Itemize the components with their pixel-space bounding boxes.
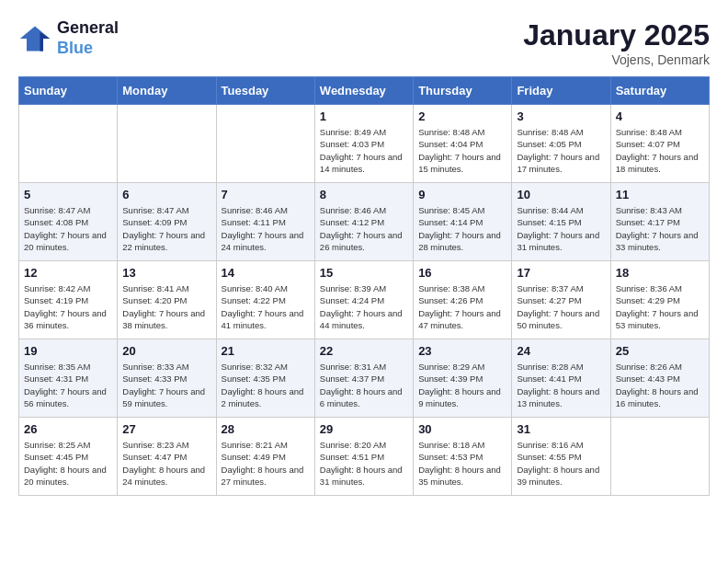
day-info: Sunrise: 8:39 AM Sunset: 4:24 PM Dayligh…	[320, 282, 408, 331]
day-info: Sunrise: 8:40 AM Sunset: 4:22 PM Dayligh…	[222, 282, 310, 331]
day-info: Sunrise: 8:47 AM Sunset: 4:08 PM Dayligh…	[24, 204, 112, 253]
day-info: Sunrise: 8:16 AM Sunset: 4:55 PM Dayligh…	[517, 439, 605, 488]
logo-icon	[18, 22, 51, 55]
calendar-cell: 30Sunrise: 8:18 AM Sunset: 4:53 PM Dayli…	[414, 418, 512, 496]
calendar-cell	[19, 105, 118, 183]
calendar-cell: 27Sunrise: 8:23 AM Sunset: 4:47 PM Dayli…	[118, 418, 216, 496]
day-number: 30	[418, 422, 506, 436]
calendar-cell: 6Sunrise: 8:47 AM Sunset: 4:09 PM Daylig…	[118, 183, 216, 261]
calendar-cell: 8Sunrise: 8:46 AM Sunset: 4:12 PM Daylig…	[314, 183, 413, 261]
day-info: Sunrise: 8:21 AM Sunset: 4:49 PM Dayligh…	[222, 439, 310, 488]
day-number: 21	[222, 344, 310, 358]
day-info: Sunrise: 8:44 AM Sunset: 4:15 PM Dayligh…	[517, 204, 605, 253]
month-title: January 2025	[523, 18, 710, 52]
calendar-cell: 23Sunrise: 8:29 AM Sunset: 4:39 PM Dayli…	[414, 339, 512, 418]
calendar-cell: 21Sunrise: 8:32 AM Sunset: 4:35 PM Dayli…	[216, 339, 314, 418]
day-info: Sunrise: 8:18 AM Sunset: 4:53 PM Dayligh…	[418, 439, 506, 488]
calendar-header-row: SundayMondayTuesdayWednesdayThursdayFrid…	[19, 77, 710, 105]
day-number: 16	[418, 266, 506, 280]
day-number: 28	[222, 422, 310, 436]
day-info: Sunrise: 8:20 AM Sunset: 4:51 PM Dayligh…	[320, 439, 408, 488]
calendar-week-row: 1Sunrise: 8:49 AM Sunset: 4:03 PM Daylig…	[19, 105, 710, 183]
calendar-cell: 1Sunrise: 8:49 AM Sunset: 4:03 PM Daylig…	[314, 105, 413, 183]
day-header-friday: Friday	[512, 77, 610, 105]
day-info: Sunrise: 8:29 AM Sunset: 4:39 PM Dayligh…	[418, 361, 506, 409]
calendar-cell: 11Sunrise: 8:43 AM Sunset: 4:17 PM Dayli…	[610, 183, 709, 261]
calendar-cell: 18Sunrise: 8:36 AM Sunset: 4:29 PM Dayli…	[610, 261, 709, 339]
day-info: Sunrise: 8:46 AM Sunset: 4:12 PM Dayligh…	[320, 204, 408, 253]
calendar-cell: 4Sunrise: 8:48 AM Sunset: 4:07 PM Daylig…	[610, 105, 709, 183]
day-info: Sunrise: 8:42 AM Sunset: 4:19 PM Dayligh…	[24, 282, 112, 331]
day-info: Sunrise: 8:35 AM Sunset: 4:31 PM Dayligh…	[24, 361, 112, 409]
calendar-week-row: 19Sunrise: 8:35 AM Sunset: 4:31 PM Dayli…	[19, 339, 710, 418]
calendar-cell: 16Sunrise: 8:38 AM Sunset: 4:26 PM Dayli…	[414, 261, 512, 339]
day-number: 12	[24, 266, 112, 280]
day-info: Sunrise: 8:46 AM Sunset: 4:11 PM Dayligh…	[222, 204, 310, 253]
calendar-cell: 7Sunrise: 8:46 AM Sunset: 4:11 PM Daylig…	[216, 183, 314, 261]
day-info: Sunrise: 8:33 AM Sunset: 4:33 PM Dayligh…	[122, 361, 210, 409]
day-info: Sunrise: 8:48 AM Sunset: 4:04 PM Dayligh…	[418, 126, 506, 175]
day-number: 22	[320, 344, 408, 358]
day-header-monday: Monday	[118, 77, 216, 105]
day-number: 29	[320, 422, 408, 436]
day-info: Sunrise: 8:45 AM Sunset: 4:14 PM Dayligh…	[418, 204, 506, 253]
day-info: Sunrise: 8:48 AM Sunset: 4:07 PM Dayligh…	[616, 126, 704, 175]
day-header-saturday: Saturday	[610, 77, 709, 105]
calendar-cell: 17Sunrise: 8:37 AM Sunset: 4:27 PM Dayli…	[512, 261, 610, 339]
day-info: Sunrise: 8:28 AM Sunset: 4:41 PM Dayligh…	[517, 361, 605, 409]
day-header-sunday: Sunday	[19, 77, 118, 105]
calendar-cell: 14Sunrise: 8:40 AM Sunset: 4:22 PM Dayli…	[216, 261, 314, 339]
location: Vojens, Denmark	[523, 52, 710, 67]
day-number: 5	[24, 188, 112, 201]
calendar-cell: 25Sunrise: 8:26 AM Sunset: 4:43 PM Dayli…	[610, 339, 709, 418]
day-number: 13	[122, 266, 210, 280]
logo: General Blue	[18, 18, 119, 58]
day-info: Sunrise: 8:25 AM Sunset: 4:45 PM Dayligh…	[24, 439, 112, 488]
calendar-cell: 5Sunrise: 8:47 AM Sunset: 4:08 PM Daylig…	[19, 183, 118, 261]
calendar-cell: 19Sunrise: 8:35 AM Sunset: 4:31 PM Dayli…	[19, 339, 118, 418]
day-number: 14	[222, 266, 310, 280]
day-header-wednesday: Wednesday	[314, 77, 413, 105]
day-number: 15	[320, 266, 408, 280]
day-number: 11	[616, 188, 704, 201]
day-info: Sunrise: 8:48 AM Sunset: 4:05 PM Dayligh…	[517, 126, 605, 175]
day-number: 18	[616, 266, 704, 280]
day-number: 26	[24, 422, 112, 436]
day-number: 19	[24, 344, 112, 358]
day-info: Sunrise: 8:23 AM Sunset: 4:47 PM Dayligh…	[122, 439, 210, 488]
day-info: Sunrise: 8:47 AM Sunset: 4:09 PM Dayligh…	[122, 204, 210, 253]
day-number: 8	[320, 188, 408, 201]
calendar-cell: 13Sunrise: 8:41 AM Sunset: 4:20 PM Dayli…	[118, 261, 216, 339]
day-number: 9	[418, 188, 506, 201]
day-number: 23	[418, 344, 506, 358]
calendar-cell	[610, 418, 709, 496]
calendar-cell: 15Sunrise: 8:39 AM Sunset: 4:24 PM Dayli…	[314, 261, 413, 339]
day-info: Sunrise: 8:49 AM Sunset: 4:03 PM Dayligh…	[320, 126, 408, 175]
calendar-cell: 20Sunrise: 8:33 AM Sunset: 4:33 PM Dayli…	[118, 339, 216, 418]
day-number: 10	[517, 188, 605, 201]
calendar-week-row: 5Sunrise: 8:47 AM Sunset: 4:08 PM Daylig…	[19, 183, 710, 261]
day-number: 25	[616, 344, 704, 358]
day-info: Sunrise: 8:37 AM Sunset: 4:27 PM Dayligh…	[517, 282, 605, 331]
calendar-cell: 31Sunrise: 8:16 AM Sunset: 4:55 PM Dayli…	[512, 418, 610, 496]
day-number: 17	[517, 266, 605, 280]
logo-line1: General	[57, 18, 119, 39]
calendar-cell: 3Sunrise: 8:48 AM Sunset: 4:05 PM Daylig…	[512, 105, 610, 183]
day-info: Sunrise: 8:31 AM Sunset: 4:37 PM Dayligh…	[320, 361, 408, 409]
calendar-cell	[118, 105, 216, 183]
day-number: 24	[517, 344, 605, 358]
day-number: 4	[616, 109, 704, 123]
title-block: January 2025 Vojens, Denmark	[523, 18, 710, 67]
logo-line2: Blue	[57, 39, 119, 59]
calendar-cell: 28Sunrise: 8:21 AM Sunset: 4:49 PM Dayli…	[216, 418, 314, 496]
day-info: Sunrise: 8:26 AM Sunset: 4:43 PM Dayligh…	[616, 361, 704, 409]
day-header-tuesday: Tuesday	[216, 77, 314, 105]
calendar-cell	[216, 105, 314, 183]
day-info: Sunrise: 8:41 AM Sunset: 4:20 PM Dayligh…	[122, 282, 210, 331]
day-number: 27	[122, 422, 210, 436]
calendar-week-row: 12Sunrise: 8:42 AM Sunset: 4:19 PM Dayli…	[19, 261, 710, 339]
calendar-cell: 22Sunrise: 8:31 AM Sunset: 4:37 PM Dayli…	[314, 339, 413, 418]
calendar-cell: 29Sunrise: 8:20 AM Sunset: 4:51 PM Dayli…	[314, 418, 413, 496]
day-info: Sunrise: 8:38 AM Sunset: 4:26 PM Dayligh…	[418, 282, 506, 331]
day-header-thursday: Thursday	[414, 77, 512, 105]
